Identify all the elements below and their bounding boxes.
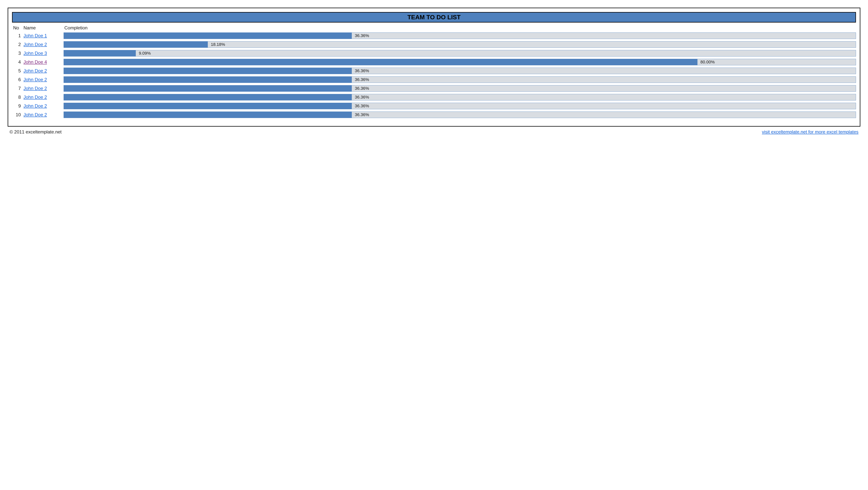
- table-row: 8John Doe 236.36%: [12, 94, 856, 100]
- table-body: 1John Doe 136.36%2John Doe 218.18%3John …: [12, 32, 856, 118]
- completion-cell: 36.36%: [64, 76, 856, 83]
- footer: © 2011 exceltemplate.net visit exceltemp…: [8, 129, 860, 134]
- table-row: 2John Doe 218.18%: [12, 41, 856, 48]
- row-number: 5: [12, 68, 24, 73]
- progress-bar-fill: [64, 76, 352, 83]
- completion-cell: 18.18%: [64, 41, 856, 48]
- row-number: 3: [12, 51, 24, 56]
- row-number: 4: [12, 59, 24, 65]
- progress-bar-fill: [64, 103, 352, 109]
- row-number: 6: [12, 77, 24, 82]
- progress-label: 36.36%: [352, 76, 369, 83]
- completion-cell: 80.00%: [64, 59, 856, 65]
- table-row: 5John Doe 236.36%: [12, 68, 856, 74]
- row-name-cell: John Doe 2: [24, 77, 64, 82]
- table-row: 3John Doe 39.09%: [12, 50, 856, 57]
- person-link[interactable]: John Doe 1: [24, 33, 47, 38]
- row-number: 10: [12, 112, 24, 117]
- person-link[interactable]: John Doe 3: [24, 51, 47, 56]
- row-name-cell: John Doe 2: [24, 103, 64, 109]
- person-link[interactable]: John Doe 2: [24, 86, 47, 91]
- progress-bar-fill: [64, 33, 352, 39]
- footer-copyright: © 2011 exceltemplate.net: [9, 129, 62, 134]
- table-row: 9John Doe 236.36%: [12, 103, 856, 109]
- progress-bar-fill: [64, 41, 208, 48]
- row-number: 9: [12, 103, 24, 109]
- completion-cell: 36.36%: [64, 94, 856, 100]
- table-row: 6John Doe 236.36%: [12, 76, 856, 83]
- row-name-cell: John Doe 2: [24, 68, 64, 73]
- person-link[interactable]: John Doe 4: [24, 59, 47, 65]
- completion-cell: 9.09%: [64, 50, 856, 57]
- table-row: 1John Doe 136.36%: [12, 32, 856, 39]
- progress-bar: 36.36%: [64, 103, 856, 109]
- progress-bar: 36.36%: [64, 85, 856, 92]
- person-link[interactable]: John Doe 2: [24, 42, 47, 47]
- person-link[interactable]: John Doe 2: [24, 112, 47, 117]
- progress-bar: 36.36%: [64, 32, 856, 39]
- row-name-cell: John Doe 2: [24, 94, 64, 100]
- row-name-cell: John Doe 3: [24, 51, 64, 56]
- progress-label: 18.18%: [208, 41, 225, 48]
- progress-bar-fill: [64, 50, 136, 56]
- progress-label: 36.36%: [352, 94, 369, 100]
- progress-bar-fill: [64, 59, 698, 65]
- progress-bar: 36.36%: [64, 76, 856, 83]
- person-link[interactable]: John Doe 2: [24, 94, 47, 100]
- progress-label: 80.00%: [698, 59, 715, 65]
- progress-bar-fill: [64, 94, 352, 100]
- row-number: 7: [12, 86, 24, 91]
- row-number: 1: [12, 33, 24, 38]
- progress-label: 36.36%: [352, 85, 369, 91]
- progress-label: 36.36%: [352, 103, 369, 109]
- progress-label: 36.36%: [352, 33, 369, 39]
- progress-bar-fill: [64, 112, 352, 118]
- progress-bar-fill: [64, 68, 352, 74]
- row-name-cell: John Doe 1: [24, 33, 64, 38]
- person-link[interactable]: John Doe 2: [24, 103, 47, 109]
- completion-cell: 36.36%: [64, 103, 856, 109]
- progress-label: 36.36%: [352, 68, 369, 74]
- progress-bar: 9.09%: [64, 50, 856, 57]
- row-name-cell: John Doe 4: [24, 59, 64, 65]
- col-header-no: No: [12, 25, 24, 31]
- progress-label: 9.09%: [136, 50, 151, 56]
- row-number: 8: [12, 94, 24, 100]
- completion-cell: 36.36%: [64, 68, 856, 74]
- row-name-cell: John Doe 2: [24, 42, 64, 47]
- progress-bar-fill: [64, 85, 352, 91]
- table-row: 10John Doe 236.36%: [12, 112, 856, 118]
- progress-bar: 18.18%: [64, 41, 856, 48]
- progress-bar: 80.00%: [64, 59, 856, 65]
- progress-label: 36.36%: [352, 112, 369, 118]
- col-header-name: Name: [24, 25, 64, 31]
- person-link[interactable]: John Doe 2: [24, 77, 47, 82]
- row-name-cell: John Doe 2: [24, 86, 64, 91]
- footer-link[interactable]: visit exceltemplate.net for more excel t…: [762, 129, 859, 134]
- completion-cell: 36.36%: [64, 112, 856, 118]
- progress-bar: 36.36%: [64, 68, 856, 74]
- progress-bar: 36.36%: [64, 112, 856, 118]
- table-row: 4John Doe 480.00%: [12, 59, 856, 65]
- col-header-completion: Completion: [64, 25, 856, 31]
- row-number: 2: [12, 42, 24, 47]
- progress-bar: 36.36%: [64, 94, 856, 100]
- page-title: TEAM TO DO LIST: [12, 12, 856, 23]
- row-name-cell: John Doe 2: [24, 112, 64, 117]
- document-frame: TEAM TO DO LIST No Name Completion 1John…: [8, 8, 860, 127]
- completion-cell: 36.36%: [64, 32, 856, 39]
- table-row: 7John Doe 236.36%: [12, 85, 856, 92]
- person-link[interactable]: John Doe 2: [24, 68, 47, 73]
- table-header: No Name Completion: [12, 25, 856, 31]
- completion-cell: 36.36%: [64, 85, 856, 92]
